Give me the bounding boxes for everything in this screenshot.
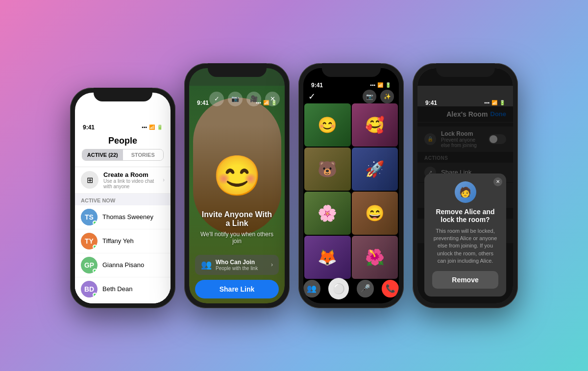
contact-row-5[interactable]: JY Jenny Yean xyxy=(75,301,171,303)
wcj-chevron-icon: › xyxy=(271,261,273,268)
battery-icon: 🔋 xyxy=(499,100,505,105)
person-face-emoji: 😊 xyxy=(213,153,262,199)
online-indicator xyxy=(93,245,97,249)
participant-face-4: 🚀 xyxy=(352,148,398,191)
online-indicator xyxy=(93,293,97,297)
phone-4: 9:41 ▪▪▪ 📶 🔋 Alex's Room Done 🔒 xyxy=(413,63,518,308)
who-can-join-row[interactable]: 👥 Who Can Join People with the link › xyxy=(195,255,279,275)
phone-2: 😊 9:41 ▪▪▪ 📶 🔋 ✓ 📷 🎥 ✕ Invite Any xyxy=(184,63,290,308)
tab-stories[interactable]: STORIES xyxy=(123,149,164,160)
phone-4-icons: ▪▪▪ 📶 🔋 xyxy=(484,100,505,105)
modal-close-button[interactable]: ✕ xyxy=(493,177,502,186)
participant-face-6: 😄 xyxy=(352,192,398,235)
remove-alice-modal: ✕ 🧑 Remove Alice and lock the room? This… xyxy=(424,173,506,297)
contact-row-2[interactable]: TY Tiffany Yeh xyxy=(75,229,171,253)
video-cell-2: 🥰 xyxy=(352,103,398,147)
phone-4-time: 9:41 xyxy=(425,99,437,106)
create-room-icon: ⊞ xyxy=(81,171,98,189)
signal-icon: ▪▪▪ xyxy=(370,82,375,88)
create-room-row[interactable]: ⊞ Create a Room Use a link to video chat… xyxy=(75,167,171,194)
modal-body: This room will be locked, preventing Ali… xyxy=(432,227,498,265)
phone-3-icons: ▪▪▪ 📶 🔋 xyxy=(370,82,391,88)
participant-face-1: 😊 xyxy=(304,103,351,147)
people-screen: People ACTIVE (22) STORIES ⊞ Create a Ro… xyxy=(75,131,171,303)
invite-subtitle: We'll notify you when others join xyxy=(199,231,275,245)
video-cell-3: 🐻 xyxy=(304,148,351,191)
signal-icon: ▪▪▪ xyxy=(484,100,490,105)
video-controls: 📷 ✨ xyxy=(363,90,394,103)
contact-row-1[interactable]: TS Thomas Sweeney xyxy=(75,205,171,229)
invite-title: Invite Anyone With a Link xyxy=(199,210,275,228)
wifi-icon: 📶 xyxy=(491,100,497,105)
video-cell-5: 🌸 xyxy=(304,192,351,235)
checkmark-button[interactable]: ✓ xyxy=(209,92,224,106)
phone-2-time: 9:41 xyxy=(197,99,209,106)
phone-3-time: 9:41 xyxy=(311,82,323,89)
contact-name-3: Gianna Pisano xyxy=(102,261,144,269)
alice-avatar: 🧑 xyxy=(455,181,476,203)
back-check-button[interactable]: ✓ xyxy=(308,91,316,102)
plus-video-icon: ⊞ xyxy=(87,175,93,185)
create-room-label: Create a Room xyxy=(103,171,158,178)
battery-icon: 🔋 xyxy=(157,124,163,130)
participant-face-8: 🌺 xyxy=(352,236,398,279)
contact-row-3[interactable]: GP Gianna Pisano xyxy=(75,253,171,277)
participant-face-7: 🦊 xyxy=(304,236,351,279)
record-button[interactable]: ⚪ xyxy=(328,278,349,299)
phone-3-top-bar: ✓ 📷 ✨ xyxy=(308,90,394,103)
video-cell-1: 😊 xyxy=(304,103,351,147)
call-controls-bar: 👥 ⚪ 🎤 📞 xyxy=(303,278,399,299)
online-indicator xyxy=(93,221,97,225)
wcj-text: Who Can Join People with the link xyxy=(216,259,271,271)
remove-button[interactable]: Remove xyxy=(432,271,498,289)
video-cell-7: 🦊 xyxy=(304,236,351,279)
avatar-tiffany: TY xyxy=(81,233,98,249)
avatar-gianna: GP xyxy=(81,257,98,273)
active-now-label: ACTIVE NOW xyxy=(75,194,171,205)
contact-name-4: Beth Dean xyxy=(102,285,132,293)
avatar-thomas: TS xyxy=(81,209,98,225)
share-link-button[interactable]: Share Link xyxy=(195,280,279,298)
online-indicator xyxy=(93,269,97,273)
phone-1-time: 9:41 xyxy=(83,124,95,131)
chevron-icon: › xyxy=(163,176,165,183)
modal-avatar-area: 🧑 xyxy=(432,181,498,203)
phone-1-screen: 9:41 ▪▪▪ 📶 🔋 People ACTIVE (22) STORIES xyxy=(75,93,171,303)
end-call-button[interactable]: 📞 xyxy=(382,280,399,297)
participant-face-2: 🥰 xyxy=(352,103,398,147)
modal-title: Remove Alice and lock the room? xyxy=(432,208,498,223)
close-button[interactable]: ✕ xyxy=(265,92,280,106)
tab-active[interactable]: ACTIVE (22) xyxy=(82,149,123,160)
phone-3: 9:41 ▪▪▪ 📶 🔋 ✓ 📷 ✨ 😊 xyxy=(298,63,404,308)
participant-face-3: 🐻 xyxy=(304,148,351,191)
signal-icon: ▪▪▪ xyxy=(142,124,147,130)
wcj-sub: People with the link xyxy=(216,266,271,271)
wifi-icon: 📶 xyxy=(149,124,155,130)
create-room-sub: Use a link to video chat with anyone xyxy=(103,178,158,189)
people-tabs: ACTIVE (22) STORIES xyxy=(82,149,164,161)
contact-row-4[interactable]: BD Beth Dean xyxy=(75,277,171,301)
effects-button[interactable]: ✨ xyxy=(380,90,394,103)
phone-3-screen: 9:41 ▪▪▪ 📶 🔋 ✓ 📷 ✨ 😊 xyxy=(303,68,399,303)
phone-4-screen: 9:41 ▪▪▪ 📶 🔋 Alex's Room Done 🔒 xyxy=(417,68,513,303)
phone-2-controls: ✓ 📷 🎥 ✕ xyxy=(209,92,280,106)
room-settings-screen: Alex's Room Done 🔒 Lock Room Prevent any… xyxy=(417,106,513,303)
wcj-label: Who Can Join xyxy=(216,259,271,266)
video-cell-4: 🚀 xyxy=(352,148,398,191)
invite-bottom: 👥 Who Can Join People with the link › Sh… xyxy=(189,255,285,298)
video-grid: 😊 🥰 🐻 🚀 🌸 😄 🦊 xyxy=(304,103,398,279)
video-button[interactable]: 🎥 xyxy=(246,92,261,106)
camera-switch-button[interactable]: 📷 xyxy=(363,90,376,103)
phones-container: 9:41 ▪▪▪ 📶 🔋 People ACTIVE (22) STORIES xyxy=(60,49,528,323)
contact-name-1: Thomas Sweeney xyxy=(102,213,153,221)
phone-1: 9:41 ▪▪▪ 📶 🔋 People ACTIVE (22) STORIES xyxy=(70,88,175,308)
camera-flip-button[interactable]: 📷 xyxy=(228,92,243,106)
participant-face-5: 🌸 xyxy=(304,192,351,235)
participants-button[interactable]: 👥 xyxy=(303,280,320,297)
battery-icon: 🔋 xyxy=(385,82,391,88)
group-icon: 👥 xyxy=(201,259,212,270)
phone-4-status-bar: 9:41 ▪▪▪ 📶 🔋 xyxy=(417,86,513,106)
video-cell-6: 😄 xyxy=(352,192,398,235)
mute-button[interactable]: 🎤 xyxy=(357,280,374,297)
phone-1-status-icons: ▪▪▪ 📶 🔋 xyxy=(142,124,163,130)
